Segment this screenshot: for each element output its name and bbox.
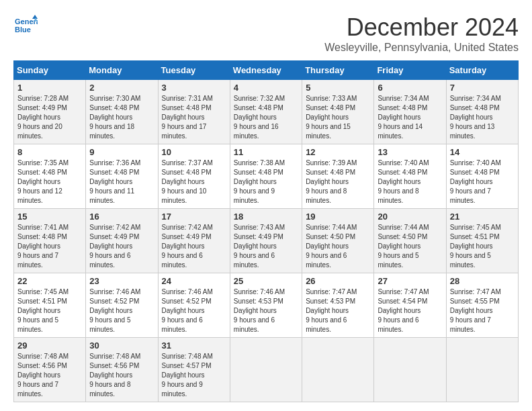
day-number: 13 — [378, 147, 442, 157]
day-number: 27 — [378, 276, 442, 286]
day-number: 19 — [306, 212, 370, 222]
calendar-cell: 23Sunrise: 7:46 AMSunset: 4:52 PMDayligh… — [86, 273, 158, 338]
day-info: Sunrise: 7:46 AMSunset: 4:52 PMDaylight … — [162, 287, 226, 334]
day-info: Sunrise: 7:39 AMSunset: 4:48 PMDaylight … — [306, 158, 370, 205]
day-info: Sunrise: 7:34 AMSunset: 4:48 PMDaylight … — [378, 94, 442, 141]
calendar-cell: 11Sunrise: 7:38 AMSunset: 4:48 PMDayligh… — [230, 144, 302, 209]
day-number: 5 — [306, 83, 370, 93]
weekday-header-wednesday: Wednesday — [230, 61, 302, 80]
calendar-cell: 3Sunrise: 7:31 AMSunset: 4:48 PMDaylight… — [158, 80, 230, 144]
calendar-cell: 19Sunrise: 7:44 AMSunset: 4:50 PMDayligh… — [302, 209, 374, 273]
calendar-cell: 30Sunrise: 7:48 AMSunset: 4:56 PMDayligh… — [86, 338, 158, 402]
day-info: Sunrise: 7:47 AMSunset: 4:53 PMDaylight … — [306, 287, 370, 334]
day-info: Sunrise: 7:48 AMSunset: 4:56 PMDaylight … — [89, 352, 154, 399]
calendar-week-row: 1Sunrise: 7:28 AMSunset: 4:49 PMDaylight… — [14, 80, 519, 144]
weekday-header-friday: Friday — [374, 61, 446, 80]
calendar-cell: 17Sunrise: 7:42 AMSunset: 4:49 PMDayligh… — [158, 209, 230, 273]
page-header: General Blue December 2024 Wesleyville, … — [13, 13, 519, 54]
calendar-cell: 10Sunrise: 7:37 AMSunset: 4:48 PMDayligh… — [158, 144, 230, 209]
day-info: Sunrise: 7:44 AMSunset: 4:50 PMDaylight … — [378, 223, 442, 270]
day-info: Sunrise: 7:46 AMSunset: 4:52 PMDaylight … — [89, 287, 154, 334]
day-number: 31 — [162, 340, 226, 351]
day-info: Sunrise: 7:48 AMSunset: 4:57 PMDaylight … — [162, 352, 226, 399]
day-info: Sunrise: 7:40 AMSunset: 4:48 PMDaylight … — [378, 158, 442, 205]
svg-text:Blue: Blue — [15, 26, 31, 34]
day-number: 10 — [162, 147, 226, 157]
day-number: 6 — [378, 83, 442, 93]
day-info: Sunrise: 7:43 AMSunset: 4:49 PMDaylight … — [234, 223, 298, 270]
calendar-cell: 15Sunrise: 7:41 AMSunset: 4:48 PMDayligh… — [14, 209, 86, 273]
day-info: Sunrise: 7:36 AMSunset: 4:48 PMDaylight … — [89, 158, 154, 205]
day-number: 16 — [89, 212, 154, 222]
weekday-header-monday: Monday — [86, 61, 158, 80]
day-number: 2 — [89, 83, 154, 93]
day-number: 11 — [234, 147, 298, 157]
day-number: 14 — [450, 147, 515, 157]
calendar-title: December 2024 — [324, 13, 519, 42]
calendar-cell: 1Sunrise: 7:28 AMSunset: 4:49 PMDaylight… — [14, 80, 86, 144]
day-number: 24 — [162, 276, 226, 286]
day-number: 15 — [17, 212, 82, 222]
day-info: Sunrise: 7:33 AMSunset: 4:48 PMDaylight … — [306, 94, 370, 141]
day-info: Sunrise: 7:42 AMSunset: 4:49 PMDaylight … — [89, 223, 154, 270]
calendar-cell: 8Sunrise: 7:35 AMSunset: 4:48 PMDaylight… — [14, 144, 86, 209]
day-info: Sunrise: 7:48 AMSunset: 4:56 PMDaylight … — [17, 352, 82, 399]
day-number: 18 — [234, 212, 298, 222]
logo: General Blue — [13, 13, 38, 38]
day-info: Sunrise: 7:45 AMSunset: 4:51 PMDaylight … — [450, 223, 515, 270]
day-info: Sunrise: 7:40 AMSunset: 4:48 PMDaylight … — [450, 158, 515, 205]
calendar-cell: 28Sunrise: 7:47 AMSunset: 4:55 PMDayligh… — [446, 273, 518, 338]
calendar-cell: 13Sunrise: 7:40 AMSunset: 4:48 PMDayligh… — [374, 144, 446, 209]
day-number: 23 — [89, 276, 154, 286]
day-number: 9 — [89, 147, 154, 157]
day-info: Sunrise: 7:34 AMSunset: 4:48 PMDaylight … — [450, 94, 515, 141]
calendar-cell: 20Sunrise: 7:44 AMSunset: 4:50 PMDayligh… — [374, 209, 446, 273]
calendar-cell: 27Sunrise: 7:47 AMSunset: 4:54 PMDayligh… — [374, 273, 446, 338]
calendar-cell: 4Sunrise: 7:32 AMSunset: 4:48 PMDaylight… — [230, 80, 302, 144]
day-info: Sunrise: 7:41 AMSunset: 4:48 PMDaylight … — [17, 223, 82, 270]
calendar-cell: 14Sunrise: 7:40 AMSunset: 4:48 PMDayligh… — [446, 144, 518, 209]
day-info: Sunrise: 7:46 AMSunset: 4:53 PMDaylight … — [234, 287, 298, 334]
day-info: Sunrise: 7:30 AMSunset: 4:48 PMDaylight … — [89, 94, 154, 141]
calendar-cell: 2Sunrise: 7:30 AMSunset: 4:48 PMDaylight… — [86, 80, 158, 144]
calendar-week-row: 22Sunrise: 7:45 AMSunset: 4:51 PMDayligh… — [14, 273, 519, 338]
calendar-cell — [302, 338, 374, 402]
weekday-header-tuesday: Tuesday — [158, 61, 230, 80]
calendar-subtitle: Wesleyville, Pennsylvania, United States — [324, 42, 519, 54]
day-number: 30 — [89, 340, 154, 351]
day-info: Sunrise: 7:45 AMSunset: 4:51 PMDaylight … — [17, 287, 82, 334]
calendar-week-row: 15Sunrise: 7:41 AMSunset: 4:48 PMDayligh… — [14, 209, 519, 273]
day-info: Sunrise: 7:31 AMSunset: 4:48 PMDaylight … — [162, 94, 226, 141]
calendar-week-row: 8Sunrise: 7:35 AMSunset: 4:48 PMDaylight… — [14, 144, 519, 209]
day-info: Sunrise: 7:38 AMSunset: 4:48 PMDaylight … — [234, 158, 298, 205]
calendar-cell: 25Sunrise: 7:46 AMSunset: 4:53 PMDayligh… — [230, 273, 302, 338]
day-info: Sunrise: 7:37 AMSunset: 4:48 PMDaylight … — [162, 158, 226, 205]
calendar-header: SundayMondayTuesdayWednesdayThursdayFrid… — [14, 61, 519, 80]
day-info: Sunrise: 7:42 AMSunset: 4:49 PMDaylight … — [162, 223, 226, 270]
calendar-week-row: 29Sunrise: 7:48 AMSunset: 4:56 PMDayligh… — [14, 338, 519, 402]
day-info: Sunrise: 7:28 AMSunset: 4:49 PMDaylight … — [17, 94, 82, 141]
day-number: 29 — [17, 340, 82, 351]
calendar-cell: 29Sunrise: 7:48 AMSunset: 4:56 PMDayligh… — [14, 338, 86, 402]
day-info: Sunrise: 7:47 AMSunset: 4:54 PMDaylight … — [378, 287, 442, 334]
day-number: 17 — [162, 212, 226, 222]
weekday-header-thursday: Thursday — [302, 61, 374, 80]
calendar-cell — [374, 338, 446, 402]
logo-icon: General Blue — [13, 13, 38, 38]
day-info: Sunrise: 7:44 AMSunset: 4:50 PMDaylight … — [306, 223, 370, 270]
calendar-cell: 7Sunrise: 7:34 AMSunset: 4:48 PMDaylight… — [446, 80, 518, 144]
calendar-cell: 12Sunrise: 7:39 AMSunset: 4:48 PMDayligh… — [302, 144, 374, 209]
weekday-header-saturday: Saturday — [446, 61, 518, 80]
title-block: December 2024 Wesleyville, Pennsylvania,… — [324, 13, 519, 54]
calendar-cell: 21Sunrise: 7:45 AMSunset: 4:51 PMDayligh… — [446, 209, 518, 273]
calendar-cell: 9Sunrise: 7:36 AMSunset: 4:48 PMDaylight… — [86, 144, 158, 209]
calendar-cell: 16Sunrise: 7:42 AMSunset: 4:49 PMDayligh… — [86, 209, 158, 273]
calendar-body: 1Sunrise: 7:28 AMSunset: 4:49 PMDaylight… — [14, 80, 519, 402]
calendar-cell: 18Sunrise: 7:43 AMSunset: 4:49 PMDayligh… — [230, 209, 302, 273]
day-info: Sunrise: 7:32 AMSunset: 4:48 PMDaylight … — [234, 94, 298, 141]
day-number: 25 — [234, 276, 298, 286]
day-number: 8 — [17, 147, 82, 157]
calendar-cell: 22Sunrise: 7:45 AMSunset: 4:51 PMDayligh… — [14, 273, 86, 338]
day-number: 3 — [162, 83, 226, 93]
calendar-cell — [230, 338, 302, 402]
